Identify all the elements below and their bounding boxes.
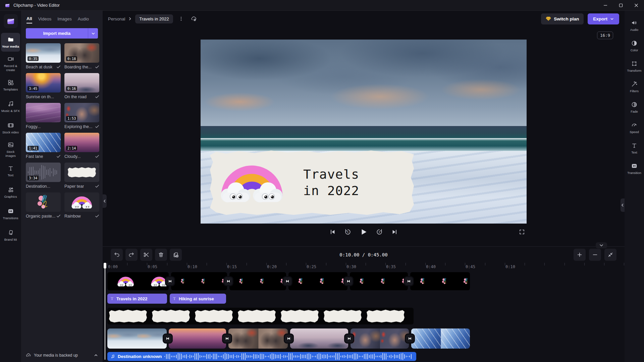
media-thumbnail[interactable]: 1:41 [26, 133, 61, 152]
play-button[interactable] [360, 228, 367, 236]
sidebar-item-your-media[interactable]: Your media [1, 33, 20, 52]
panel-item-speed[interactable]: Speed [626, 119, 643, 136]
media-thumbnail[interactable] [26, 192, 61, 212]
clip-scribble-graphic[interactable] [229, 272, 286, 290]
media-thumbnail[interactable] [64, 163, 99, 182]
clip-paper-tear[interactable] [107, 308, 414, 324]
maximize-button[interactable] [613, 0, 629, 11]
media-item-destination-audio[interactable]: 3:34 Destination... [26, 163, 61, 189]
panel-item-audio[interactable]: Audio [626, 17, 643, 34]
sidebar-item-transitions[interactable]: Transitions [1, 204, 20, 223]
import-media-dropdown[interactable] [88, 28, 98, 39]
transition-marker[interactable] [165, 276, 175, 286]
panel-item-fade[interactable]: Fade [626, 99, 643, 116]
video-clip-cloudy[interactable] [169, 328, 226, 349]
panel-item-transform[interactable]: Transform [626, 58, 643, 75]
chevron-up-icon[interactable] [94, 353, 98, 357]
sidebar-item-graphics[interactable]: Graphics [1, 183, 20, 202]
clip-scribble-graphic[interactable] [288, 272, 347, 290]
minimize-button[interactable] [598, 0, 613, 11]
sidebar-item-music-sfx[interactable]: Music & SFX [1, 97, 20, 116]
media-thumbnail[interactable]: 1:53 [64, 103, 99, 122]
zoom-out-button[interactable] [589, 249, 601, 261]
fullscreen-button[interactable] [519, 229, 525, 235]
project-title[interactable]: Travels in 2022 [135, 14, 173, 23]
skip-to-start-button[interactable] [330, 229, 336, 235]
forward-5s-button[interactable]: 5 [376, 229, 383, 235]
media-item-rainbow[interactable]: Rainbow [64, 192, 99, 219]
media-item-exploring[interactable]: 1:53 Exploring the... [64, 103, 99, 129]
aspect-ratio-badge[interactable]: 16:9 [597, 32, 613, 39]
video-clip-boarding[interactable] [228, 328, 288, 349]
media-thumbnail[interactable]: 0:16 [64, 73, 99, 93]
media-item-sunrise[interactable]: 3:45 Sunrise on th... [26, 73, 61, 100]
transition-marker[interactable] [284, 334, 294, 344]
video-clip-exploring[interactable] [351, 328, 409, 349]
clip-scribble-graphic[interactable] [171, 272, 227, 290]
collapse-media-panel-handle[interactable] [103, 194, 107, 208]
tab-all[interactable]: All [26, 16, 32, 23]
skip-to-end-button[interactable] [391, 229, 397, 235]
timeline-ruler[interactable]: 0:00 0:05 0:10 0:15 0:20 0:25 0:30 0:35 … [105, 263, 625, 270]
import-media-button[interactable]: Import media [26, 28, 88, 39]
cloud-sync-button[interactable] [189, 14, 199, 23]
media-item-foggy[interactable]: Foggy... [26, 103, 61, 129]
media-thumbnail[interactable] [64, 192, 99, 212]
rewind-5s-button[interactable]: 5 [344, 229, 351, 235]
delete-button[interactable] [155, 249, 167, 261]
clip-scribble-graphic[interactable] [410, 272, 470, 290]
sidebar-item-text[interactable]: Text [1, 162, 20, 180]
transition-marker[interactable] [405, 334, 415, 344]
duplicate-button[interactable] [170, 249, 182, 261]
media-thumbnail[interactable]: 3:34 [26, 163, 61, 182]
tab-videos[interactable]: Videos [38, 16, 52, 23]
sidebar-item-stock-video[interactable]: Stock video [1, 119, 20, 137]
media-item-beach-at-dusk[interactable]: 0:35 Beach at dusk [26, 43, 61, 70]
transition-marker[interactable] [223, 276, 233, 286]
media-item-fast-lane[interactable]: 1:41 Fast lane [26, 133, 61, 159]
panel-item-text[interactable]: Text [626, 139, 643, 157]
sidebar-item-stock-images[interactable]: Stock images [1, 140, 20, 159]
split-button[interactable] [140, 249, 152, 261]
video-clip-fast-lane[interactable] [411, 328, 470, 349]
sidebar-item-templates[interactable]: Templates [1, 76, 20, 95]
clip-rainbow-graphic[interactable] [107, 272, 169, 290]
media-item-on-the-road[interactable]: 0:16 On the road [64, 73, 99, 100]
title-card-overlay[interactable]: Travels in 2022 [210, 150, 414, 215]
text-clip-hiking[interactable]: T Hiking at sunrise [170, 294, 226, 304]
transition-marker[interactable] [222, 334, 232, 344]
media-thumbnail[interactable] [26, 103, 61, 122]
sidebar-item-brand-kit[interactable]: Brand kit [1, 226, 20, 245]
audio-clip-destination-unknown[interactable]: Destination unknown [107, 352, 416, 361]
transition-marker[interactable] [404, 276, 414, 286]
text-clip-travels[interactable]: T Travels in 2022 [107, 294, 167, 304]
media-thumbnail[interactable]: 0:35 [26, 43, 61, 63]
transition-marker[interactable] [343, 276, 354, 286]
tab-audio[interactable]: Audio [78, 16, 89, 23]
fit-timeline-button[interactable] [604, 249, 616, 261]
transition-marker[interactable] [163, 334, 173, 344]
switch-plan-button[interactable]: Switch plan [541, 13, 584, 24]
undo-button[interactable] [111, 249, 123, 261]
panel-item-color[interactable]: Color [626, 37, 643, 55]
transition-marker[interactable] [344, 334, 354, 344]
video-clip-beach-at-dusk[interactable] [107, 328, 167, 349]
tab-images[interactable]: Images [57, 16, 72, 23]
media-item-paper-tear[interactable]: Paper tear [64, 163, 99, 189]
media-item-boarding[interactable]: 0:18 Boarding the... [64, 43, 99, 70]
redo-button[interactable] [125, 249, 138, 261]
sidebar-item-record-create[interactable]: Record & create [1, 54, 20, 73]
media-item-cloudy[interactable]: 2:14 Cloudy... [64, 133, 99, 159]
clip-scribble-graphic[interactable] [350, 272, 408, 290]
playhead[interactable] [105, 263, 105, 360]
media-thumbnail[interactable]: 0:18 [64, 43, 99, 63]
video-preview-stage[interactable]: Travels in 2022 [201, 40, 527, 224]
export-button[interactable]: Export [588, 13, 619, 24]
media-thumbnail[interactable]: 3:45 [26, 73, 61, 93]
project-menu-button[interactable] [176, 14, 186, 23]
app-logo[interactable] [4, 14, 18, 28]
panel-item-filters[interactable]: Filters [626, 78, 643, 96]
breadcrumb-personal[interactable]: Personal [108, 16, 125, 21]
media-thumbnail[interactable]: 2:14 [64, 133, 99, 152]
transition-marker[interactable] [282, 276, 292, 286]
